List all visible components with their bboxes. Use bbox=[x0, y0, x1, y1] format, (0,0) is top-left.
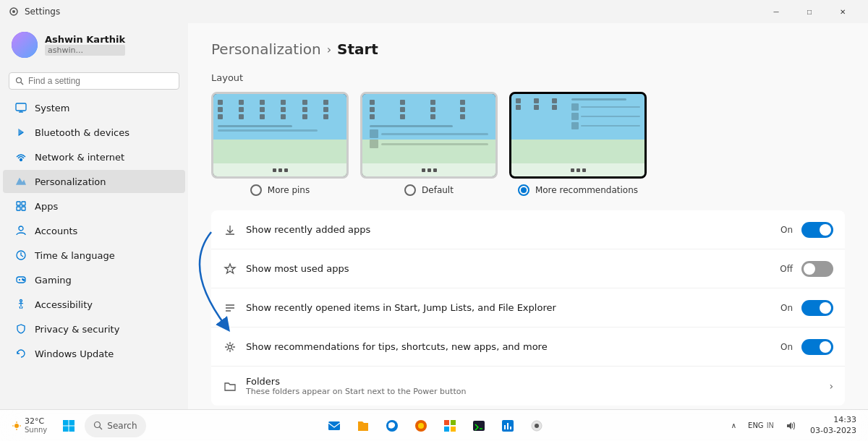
layout-option-more-pins-row[interactable]: More pins bbox=[250, 184, 310, 196]
sidebar-item-accounts[interactable]: Accounts bbox=[3, 219, 185, 242]
taskbar-app-firefox[interactable] bbox=[408, 413, 434, 439]
chevron-right-icon: › bbox=[829, 380, 833, 392]
taskbar-time: 14:33 03-03-2023 bbox=[810, 415, 856, 436]
svg-rect-45 bbox=[444, 427, 449, 432]
maximize-button[interactable]: □ bbox=[793, 0, 826, 23]
taskbar-app-store[interactable] bbox=[437, 413, 463, 439]
sparkle-icon bbox=[223, 340, 237, 354]
taskbar-app-browser[interactable] bbox=[379, 413, 405, 439]
taskbar-search-icon bbox=[93, 421, 103, 430]
toggle-recently-added-wrapper: On bbox=[780, 222, 833, 238]
time-icon bbox=[14, 249, 27, 262]
update-icon bbox=[14, 347, 27, 360]
radio-inner bbox=[521, 187, 527, 193]
svg-point-19 bbox=[20, 300, 22, 302]
sidebar-item-privacy[interactable]: Privacy & security bbox=[3, 317, 185, 341]
sidebar-item-accessibility-label: Accessibility bbox=[35, 299, 93, 310]
accessibility-icon bbox=[14, 298, 27, 311]
accounts-icon bbox=[14, 224, 27, 237]
svg-rect-39 bbox=[328, 421, 340, 430]
sidebar-item-apps[interactable]: Apps bbox=[3, 194, 185, 218]
user-info: Ashwin Karthik ashwin... bbox=[45, 34, 125, 56]
taskbar-app-settings[interactable] bbox=[524, 413, 550, 439]
sidebar-item-network-label: Network & internet bbox=[35, 152, 124, 163]
breadcrumb: Personalization › Start bbox=[211, 40, 845, 58]
setting-recently-added-text: Show recently added apps bbox=[246, 224, 772, 235]
toggle-recently-opened[interactable] bbox=[801, 300, 833, 316]
toggle-most-used-label: Off bbox=[780, 264, 793, 274]
sidebar-item-accessibility[interactable]: Accessibility bbox=[3, 293, 185, 316]
taskbar-sys-icons[interactable]: ENG IN bbox=[745, 421, 777, 429]
layout-card-more-recommendations[interactable]: More recommendations bbox=[509, 92, 647, 196]
sidebar-item-gaming[interactable]: Gaming bbox=[3, 268, 185, 291]
close-button[interactable]: ✕ bbox=[826, 0, 859, 23]
user-profile[interactable]: Ashwin Karthik ashwin... bbox=[0, 23, 188, 67]
toggle-recently-added[interactable] bbox=[801, 222, 833, 238]
sidebar-item-update[interactable]: Windows Update bbox=[3, 342, 185, 365]
svg-rect-47 bbox=[473, 421, 485, 431]
start-button[interactable] bbox=[56, 413, 82, 439]
setting-most-used-text: Show most used apps bbox=[246, 263, 771, 274]
toggle-most-used[interactable] bbox=[801, 261, 833, 277]
sidebar-item-update-label: Windows Update bbox=[35, 348, 114, 359]
minimize-button[interactable]: ─ bbox=[760, 0, 793, 23]
title-bar-controls: ─ □ ✕ bbox=[760, 0, 859, 23]
toggle-recently-added-label: On bbox=[780, 225, 793, 235]
radio-more-pins[interactable] bbox=[250, 184, 262, 196]
sys-lang-label: ENG bbox=[748, 421, 764, 429]
radio-more-recommendations[interactable] bbox=[518, 184, 529, 196]
volume-icon bbox=[786, 421, 796, 431]
layout-preview-more-recommendations[interactable] bbox=[509, 92, 647, 179]
layout-label-more-pins: More pins bbox=[268, 185, 310, 195]
sidebar-item-gaming-label: Gaming bbox=[35, 275, 72, 286]
store-icon bbox=[443, 419, 457, 433]
taskbar-volume[interactable] bbox=[780, 418, 801, 434]
setting-folders[interactable]: Folders These folders appear on Start ne… bbox=[211, 367, 845, 406]
svg-point-42 bbox=[418, 423, 424, 429]
setting-recently-opened[interactable]: Show recently opened items in Start, Jum… bbox=[211, 288, 845, 327]
sidebar-item-privacy-label: Privacy & security bbox=[35, 324, 119, 335]
star-icon bbox=[223, 262, 237, 276]
layout-card-more-pins[interactable]: More pins bbox=[211, 92, 349, 196]
sidebar: Ashwin Karthik ashwin... System bbox=[0, 23, 188, 409]
mail-app-icon bbox=[327, 419, 341, 433]
sidebar-item-bluetooth-label: Bluetooth & devices bbox=[35, 127, 129, 138]
layout-option-default-row[interactable]: Default bbox=[404, 184, 454, 196]
sidebar-item-personalization[interactable]: Personalization bbox=[3, 170, 185, 193]
sidebar-item-accounts-label: Accounts bbox=[35, 226, 77, 236]
layout-preview-more-pins[interactable] bbox=[211, 92, 349, 179]
setting-most-used[interactable]: Show most used apps Off bbox=[211, 249, 845, 288]
sidebar-item-bluetooth[interactable]: Bluetooth & devices bbox=[3, 121, 185, 144]
gaming-icon bbox=[14, 273, 27, 286]
setting-recommendations[interactable]: Show recommendations for tips, shortcuts… bbox=[211, 327, 845, 367]
download-icon bbox=[223, 223, 237, 237]
weather-widget[interactable]: 32°C Sunny bbox=[6, 414, 53, 437]
taskbar-chevron[interactable]: ∧ bbox=[726, 419, 742, 432]
layout-card-default[interactable]: Default bbox=[360, 92, 498, 196]
svg-point-28 bbox=[14, 424, 19, 428]
taskbar-search-label: Search bbox=[107, 421, 137, 431]
search-box[interactable] bbox=[9, 72, 179, 90]
network-icon bbox=[14, 150, 27, 163]
sidebar-item-network[interactable]: Network & internet bbox=[3, 145, 185, 168]
toggle-most-used-wrapper: Off bbox=[780, 261, 833, 277]
breadcrumb-current: Start bbox=[337, 40, 378, 58]
taskbar-app-mail[interactable] bbox=[321, 413, 347, 439]
taskbar-app-terminal[interactable] bbox=[466, 413, 492, 439]
search-input[interactable] bbox=[28, 76, 173, 86]
layout-preview-default[interactable] bbox=[360, 92, 498, 179]
sidebar-item-apps-label: Apps bbox=[35, 201, 58, 212]
taskbar-search[interactable]: Search bbox=[85, 414, 145, 437]
toggle-recommendations[interactable] bbox=[801, 339, 833, 355]
sidebar-item-system-label: System bbox=[35, 103, 69, 114]
sidebar-item-time[interactable]: Time & language bbox=[3, 244, 185, 267]
taskbar-datetime[interactable]: 14:33 03-03-2023 bbox=[804, 415, 862, 436]
radio-default[interactable] bbox=[404, 184, 416, 196]
sidebar-item-system[interactable]: System bbox=[3, 96, 185, 119]
setting-recently-added[interactable]: Show recently added apps On bbox=[211, 210, 845, 249]
taskbar-app-taskmanager[interactable] bbox=[495, 413, 521, 439]
taskbar-app-files[interactable] bbox=[350, 413, 376, 439]
layout-option-more-recommendations-row[interactable]: More recommendations bbox=[518, 184, 638, 196]
svg-rect-51 bbox=[507, 423, 509, 429]
taskmanager-icon bbox=[501, 419, 515, 433]
